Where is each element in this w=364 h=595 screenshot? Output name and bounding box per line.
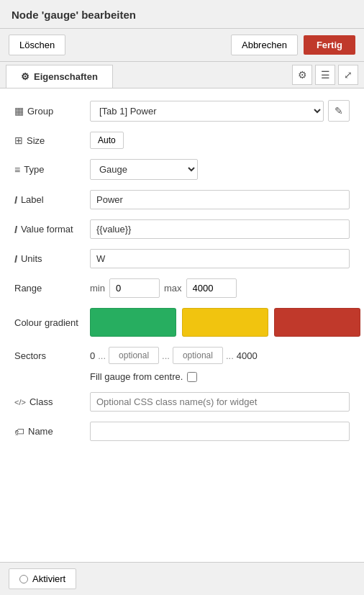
fill-gauge-row: Fill gauge from centre. — [14, 371, 350, 382]
group-label: ▦ Group — [14, 105, 90, 117]
tab-eigenschaften[interactable]: ⚙ Eigenschaften — [6, 65, 113, 88]
value-format-label-text: Value format — [21, 224, 73, 235]
aktiviert-button[interactable]: Aktiviert — [9, 568, 76, 589]
sectors-dots2: ... — [162, 350, 170, 361]
sectors-dots3: ... — [226, 350, 234, 361]
tab-export-icon-btn[interactable]: ⤢ — [338, 65, 358, 85]
units-label: I Units — [14, 253, 90, 265]
sectors-row: Sectors 0 ... ... ... 4000 — [14, 347, 350, 364]
size-label: ⊞ Size — [14, 135, 90, 146]
class-label: </> Class — [14, 396, 90, 407]
colour-swatch-red[interactable] — [274, 308, 360, 337]
cancel-button[interactable]: Abbrechen — [231, 35, 298, 55]
settings-icon: ⚙ — [298, 69, 307, 81]
value-format-icon: I — [14, 224, 17, 235]
class-row: </> Class — [14, 392, 350, 412]
type-row: ≡ Type Gauge Donut Compass Level Wave Li… — [14, 159, 350, 180]
sectors-dots1: ... — [98, 350, 106, 361]
main-content: ▦ Group [Tab 1] Power ✎ ⊞ Size Auto ≡ Ty… — [0, 88, 364, 563]
export-icon: ⤢ — [344, 69, 352, 81]
type-label: ≡ Type — [14, 164, 90, 176]
label-label: I Label — [14, 194, 90, 206]
class-label-text: Class — [29, 396, 53, 407]
range-inputs: min max — [90, 278, 237, 298]
gear-icon: ⚙ — [21, 71, 29, 82]
doc-icon: ☰ — [321, 69, 330, 81]
sectors-inputs: 0 ... ... ... 4000 — [90, 347, 258, 364]
range-min-input[interactable] — [109, 278, 160, 298]
bottom-bar: Aktiviert — [0, 562, 364, 595]
group-input-row: [Tab 1] Power ✎ — [90, 100, 350, 122]
type-label-text: Type — [24, 164, 44, 175]
units-icon: I — [14, 253, 17, 265]
tab-eigenschaften-label: Eigenschaften — [34, 71, 98, 82]
edit-icon: ✎ — [335, 105, 343, 117]
name-label-text: Name — [28, 426, 53, 437]
delete-button[interactable]: Löschen — [9, 35, 65, 55]
tabs-bar: ⚙ Eigenschaften ⚙ ☰ ⤢ — [0, 62, 364, 88]
type-icon: ≡ — [14, 164, 20, 176]
tab-icons: ⚙ ☰ ⤢ — [292, 65, 364, 85]
aktiviert-label: Aktiviert — [32, 573, 65, 584]
class-input[interactable] — [90, 392, 350, 412]
tab-doc-icon-btn[interactable]: ☰ — [315, 65, 335, 85]
sectors-optional1-input[interactable] — [109, 347, 159, 364]
group-icon: ▦ — [14, 105, 24, 117]
sectors-optional2-input[interactable] — [173, 347, 223, 364]
label-label-text: Label — [21, 194, 44, 205]
label-icon: I — [14, 194, 17, 206]
aktiviert-circle-icon — [19, 575, 28, 583]
units-label-text: Units — [21, 253, 42, 264]
range-min-label: min — [90, 283, 105, 294]
page-title: Node 'gauge' bearbeiten — [12, 9, 136, 21]
type-select[interactable]: Gauge Donut Compass Level Wave Liquid — [90, 159, 198, 180]
value-format-label: I Value format — [14, 224, 90, 235]
name-row: 🏷 Name — [14, 422, 350, 441]
size-icon: ⊞ — [14, 135, 23, 146]
toolbar-right: Abbrechen Fertig — [231, 35, 355, 55]
colour-swatch-green[interactable] — [90, 308, 176, 337]
colour-swatches — [90, 308, 360, 337]
size-auto-button[interactable]: Auto — [90, 132, 124, 149]
group-label-text: Group — [27, 106, 53, 117]
title-bar: Node 'gauge' bearbeiten — [0, 0, 364, 29]
name-input[interactable] — [90, 422, 350, 441]
label-input[interactable] — [90, 190, 350, 209]
range-row: Range min max — [14, 278, 350, 298]
tab-settings-icon-btn[interactable]: ⚙ — [292, 65, 312, 85]
sectors-min: 0 — [90, 350, 95, 361]
range-max-label: max — [164, 283, 182, 294]
fill-gauge-checkbox[interactable] — [187, 372, 197, 382]
sectors-max: 4000 — [237, 350, 258, 361]
edit-group-button[interactable]: ✎ — [328, 100, 350, 122]
group-row: ▦ Group [Tab 1] Power ✎ — [14, 100, 350, 122]
name-icon: 🏷 — [14, 426, 24, 437]
value-format-row: I Value format — [14, 219, 350, 239]
done-button[interactable]: Fertig — [304, 35, 355, 55]
range-max-input[interactable] — [186, 278, 237, 298]
size-row: ⊞ Size Auto — [14, 132, 350, 149]
sectors-label: Sectors — [14, 350, 90, 361]
label-row: I Label — [14, 190, 350, 209]
colour-gradient-label: Colour gradient — [14, 317, 90, 328]
range-label: Range — [14, 283, 90, 294]
toolbar: Löschen Abbrechen Fertig — [0, 29, 364, 62]
size-label-text: Size — [27, 135, 45, 146]
class-icon: </> — [14, 398, 26, 406]
units-row: I Units — [14, 249, 350, 268]
colour-swatch-yellow[interactable] — [182, 308, 268, 337]
name-label: 🏷 Name — [14, 426, 90, 437]
value-format-input[interactable] — [90, 219, 350, 239]
group-select[interactable]: [Tab 1] Power — [90, 101, 324, 122]
fill-gauge-label: Fill gauge from centre. — [90, 371, 183, 382]
colour-gradient-row: Colour gradient — [14, 308, 350, 337]
units-input[interactable] — [90, 249, 350, 268]
